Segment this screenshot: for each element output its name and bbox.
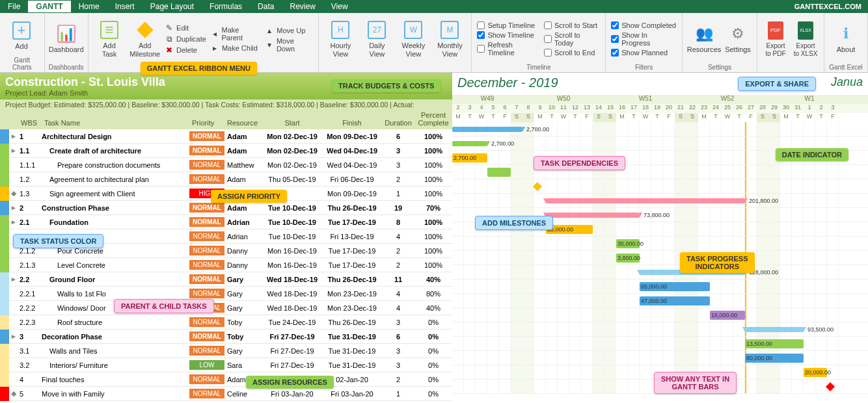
dashboard-button[interactable]: 📊 Dashboard: [49, 16, 84, 62]
task-row[interactable]: ▸ 1.1 Create draft of architecture NORMA…: [0, 144, 452, 158]
gantt-bar[interactable]: 201,800.00: [546, 198, 745, 203]
menu-tab-page-layout[interactable]: Page Layout: [142, 1, 202, 12]
wbs-cell: 2.2: [18, 276, 42, 283]
task-row[interactable]: ▸ 1 Architectural Design NORMAL Adam Mon…: [0, 129, 452, 144]
task-row[interactable]: 3.1 Walls and Tiles NORMAL Gary Fri 27-D…: [0, 344, 452, 358]
priority-cell: NORMAL: [189, 260, 224, 270]
day-num: 5: [487, 104, 499, 113]
task-row[interactable]: 2.2.2 Windows/ Door NORMAL Gary Wed 18-D…: [0, 301, 452, 315]
gantt-bar[interactable]: 80,000.00: [745, 354, 804, 363]
refresh-timeline-check[interactable]: Refresh Timeline: [476, 40, 541, 57]
settings-button[interactable]: ⚙Settings: [723, 16, 753, 62]
export-pdf-button[interactable]: PDFExport to PDF: [761, 16, 790, 62]
expand-icon[interactable]: ◆: [9, 189, 18, 198]
expand-icon[interactable]: ▸: [9, 203, 18, 212]
finish-cell: Fri 06-Dec-19: [322, 176, 382, 183]
day-num: 9: [534, 104, 546, 113]
dow-label: M: [616, 113, 628, 122]
add-chart-button[interactable]: + Add: [4, 16, 39, 55]
move-down-button[interactable]: ▾Move Down: [264, 36, 314, 53]
gantt-bar[interactable]: 47,000.00: [640, 296, 710, 306]
show-planned-check[interactable]: Show Planned: [610, 48, 678, 57]
add-milestone-button[interactable]: Add Milestone: [128, 16, 162, 62]
pct-cell: 100%: [414, 133, 452, 140]
task-row[interactable]: ▸ 2.2 Ground Floor NORMAL Gary Wed 18-De…: [0, 272, 452, 287]
gantt-bar[interactable]: 2,700.00: [452, 127, 522, 132]
task-row[interactable]: 4 Final touches NORMAL Adam 02-Jan-20 2 …: [0, 372, 452, 387]
menu-tab-review[interactable]: Review: [282, 1, 323, 12]
show-timeline-check[interactable]: Show Timeline: [476, 31, 541, 40]
scroll-start-check[interactable]: Scroll to Start: [543, 21, 601, 30]
edit-button[interactable]: ✎Edit: [163, 23, 208, 33]
scroll-today-check[interactable]: Scroll to Today: [543, 31, 601, 47]
pct-cell: 100%: [414, 147, 452, 155]
gantt-milestone[interactable]: [826, 382, 835, 391]
gantt-milestone[interactable]: [533, 182, 542, 191]
day-num: 17: [628, 104, 640, 113]
delete-button[interactable]: ✖Delete: [163, 45, 208, 55]
expand-icon[interactable]: ▸: [9, 275, 18, 283]
task-name-cell: Final touches: [42, 376, 189, 384]
monthly-view-button[interactable]: MMonthly View: [432, 16, 467, 62]
wbs-cell: 1: [18, 133, 42, 140]
show-completed-check[interactable]: Show Completed: [610, 21, 678, 30]
gantt-bar[interactable]: 35,000.00: [616, 239, 640, 248]
move-up-button[interactable]: ▴Move Up: [264, 25, 314, 36]
make-parent-button[interactable]: ◂Make Parent: [209, 25, 262, 42]
finish-cell: Thu 26-Dec-19: [322, 318, 382, 326]
resources-button[interactable]: 👥Resources: [686, 16, 722, 62]
task-row[interactable]: 2.2.1 Walls to 1st Flo NORMAL Gary Wed 1…: [0, 287, 452, 301]
menu-tab-data[interactable]: Data: [250, 1, 282, 12]
task-row[interactable]: 2.1.3 Level Concrete NORMAL Danny Mon 16…: [0, 258, 452, 272]
daily-view-button[interactable]: 27Daily View: [359, 16, 394, 62]
make-child-button[interactable]: ▸Make Child: [209, 43, 262, 53]
day-num: 4: [476, 104, 487, 113]
scroll-end-check[interactable]: Scroll to End: [543, 48, 601, 57]
gantt-bar[interactable]: 20,000.00: [804, 368, 827, 377]
task-row[interactable]: 1.1.1 Prepare construction documents NOR…: [0, 158, 452, 172]
add-task-button[interactable]: ≡ Add Task: [92, 16, 127, 62]
gantt-bar[interactable]: 93,500.00: [745, 327, 804, 332]
expand-icon[interactable]: ◆: [9, 389, 18, 398]
task-row[interactable]: ▸ 2.1 Foundation NORMAL Adrian Tue 10-De…: [0, 215, 452, 229]
gantt-bar[interactable]: 2,700.00: [452, 153, 487, 162]
task-row[interactable]: ▸ 2 Construction Phase NORMAL Adam Tue 1…: [0, 201, 452, 215]
gantt-bar[interactable]: 3,800.00: [616, 254, 640, 263]
menu-tab-gantt[interactable]: GANTT: [28, 1, 70, 12]
week-label: W49: [452, 95, 522, 104]
expand-icon[interactable]: ▸: [9, 146, 18, 155]
menu-tab-home[interactable]: Home: [71, 1, 107, 12]
hourly-view-button[interactable]: HHourly View: [323, 16, 358, 62]
duration-cell: 2: [382, 376, 414, 384]
menu-tab-insert[interactable]: Insert: [107, 1, 142, 12]
pct-cell: 40%: [414, 276, 452, 283]
gantt-bar[interactable]: 2,700.00: [452, 141, 487, 146]
task-row[interactable]: ▸ 3 Decoration Phase NORMAL Toby Fri 27-…: [0, 330, 452, 344]
duplicate-button[interactable]: ⧉Duplicate: [163, 34, 208, 44]
gantt-bar[interactable]: [487, 168, 511, 177]
priority-cell: NORMAL: [189, 146, 224, 155]
status-chip: [0, 287, 9, 301]
menu-tab-formulas[interactable]: Formulas: [202, 1, 250, 12]
timeline-row: 2,700.00: [452, 122, 868, 136]
gantt-bar[interactable]: 73,800.00: [546, 213, 640, 218]
gantt-bar[interactable]: 13,500.00: [745, 339, 804, 348]
menu-tab-view[interactable]: View: [323, 1, 356, 12]
expand-icon[interactable]: ▸: [9, 332, 18, 341]
start-cell: Wed 18-Dec-19: [262, 290, 322, 298]
export-xlsx-button[interactable]: XLSXExport to XLSX: [791, 16, 820, 62]
setup-timeline-check[interactable]: Setup Timeline: [476, 21, 541, 30]
task-row[interactable]: ◆ 5 Move in with Family NORMAL Celine Fr…: [0, 387, 452, 401]
expand-icon[interactable]: ▸: [9, 132, 18, 140]
weekly-view-button[interactable]: WWeekly View: [396, 16, 431, 62]
task-row[interactable]: 2.2.3 Roof structure NORMAL Toby Tue 24-…: [0, 315, 452, 330]
expand-icon[interactable]: ▸: [9, 218, 18, 226]
task-row[interactable]: 3.2 Interiors/ Furniture LOW Sara Fri 27…: [0, 358, 452, 372]
show-progress-check[interactable]: Show In Progress: [610, 31, 678, 47]
task-name-cell: Level Concrete: [42, 261, 189, 269]
menu-file[interactable]: File: [0, 1, 28, 12]
gantt-bar[interactable]: 65,000.00: [640, 282, 710, 291]
gantt-bar[interactable]: 16,000.00: [710, 311, 745, 320]
about-button[interactable]: ℹAbout: [828, 16, 863, 62]
task-row[interactable]: 1.2 Agreement to architectural plan NORM…: [0, 172, 452, 187]
